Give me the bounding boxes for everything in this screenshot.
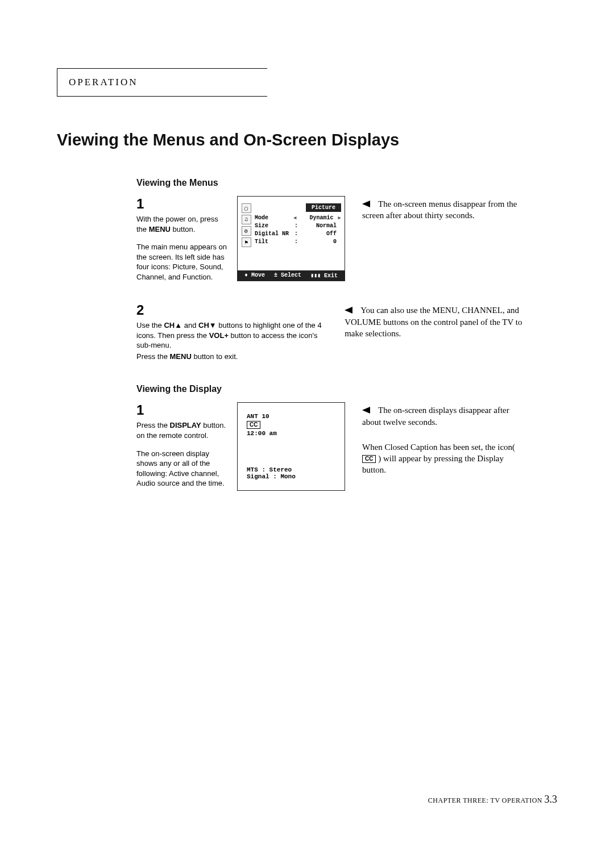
t: When Closed Caption has been set, the ic… [362, 443, 515, 452]
t: Press the [136, 421, 170, 429]
move-hint: ♦ Move [244, 272, 265, 279]
exit-hint: ▮▮▮ Exit [310, 272, 338, 279]
section-heading-menus: Viewing the Menus [136, 178, 529, 188]
display-mts: MTS : Stereo [247, 466, 296, 473]
note-cc: When Closed Caption has been set, the ic… [362, 441, 529, 476]
sep: : [293, 239, 299, 245]
step1-block: 1 With the power on, press the MENU butt… [136, 196, 345, 282]
t: Use the [136, 321, 164, 329]
step1-para2: The main menu appears on the screen. Its… [136, 242, 230, 282]
display-signal: Signal : Mono [247, 473, 296, 480]
note-menus-1: The on-screen menus disappear from the s… [362, 196, 529, 282]
v: Normal [299, 223, 341, 229]
chup-bold: CH▲ [164, 321, 182, 329]
display-step1-para2: The on-screen display shows any or all o… [136, 449, 230, 489]
sep: : [293, 223, 299, 229]
i: ♫ [244, 216, 248, 223]
t: button to exit. [192, 352, 238, 361]
tv-menu-row: Tilt : 0 [255, 237, 341, 245]
note-text: The on-screen displays disappear after a… [362, 406, 509, 426]
tv-menu-illustration: ▢ ♫ ⚙ ⚑ Picture Mode ◀ Dynamic ▶ Size : [237, 196, 345, 281]
display-ant-line: ANT 10 [247, 413, 335, 420]
i: ⚑ [244, 239, 248, 246]
display-time: 12:00 am [247, 430, 335, 437]
cc-badge-icon: CC [247, 421, 260, 429]
picture-icon: ▢ [242, 203, 251, 213]
step-number-2: 2 [136, 302, 339, 318]
tri-right-icon: ▶ [338, 215, 341, 221]
k: Size [255, 223, 293, 229]
left-pointer-icon [345, 307, 352, 314]
page-title: Viewing the Menus and On-Screen Displays [57, 131, 529, 149]
chdn-bold: CH▼ [198, 321, 217, 329]
step2-para2: Press the MENU button to exit. [136, 352, 330, 362]
k: Mode [255, 215, 293, 221]
channel-icon: ⚙ [242, 226, 251, 236]
footer-page-num: 3.3 [545, 794, 558, 805]
tv-menu-footer: ♦ Move ± Select ▮▮▮ Exit [238, 270, 345, 281]
step-number-1: 1 [136, 196, 230, 212]
cc-badge-icon: CC [362, 455, 376, 463]
menu-bold: MENU [170, 352, 192, 361]
tv-menu-row: Digital NR : Off [255, 229, 341, 237]
v: Dynamic [296, 215, 338, 221]
page-footer: CHAPTER THREE: TV OPERATION 3.3 [428, 794, 557, 806]
t: ) will appear by pressing the Display bu… [362, 454, 504, 474]
menu-bold: MENU [149, 225, 171, 233]
display-bold: DISPLAY [170, 421, 201, 429]
tv-menu-title: Picture [306, 203, 341, 212]
left-pointer-icon [362, 201, 370, 207]
section-heading-display: Viewing the Display [136, 384, 529, 394]
step1-text: With the power on, press the MENU button… [136, 214, 230, 234]
sound-icon: ♫ [242, 215, 251, 224]
display-step-number-1: 1 [136, 402, 230, 418]
tv-menu-row: Size : Normal [255, 222, 341, 229]
display-step1-block: 1 Press the DISPLAY button. on the remot… [136, 402, 345, 491]
note-text: You can also use the MENU, CHANNEL, and … [345, 306, 522, 338]
left-pointer-icon [362, 407, 370, 414]
footer-chapter: CHAPTER THREE: TV OPERATION [428, 796, 545, 804]
note-display: The on-screen displays disappear after a… [362, 402, 529, 491]
k: Tilt [255, 239, 293, 245]
tv-menu-sidebar: ▢ ♫ ⚙ ⚑ [241, 203, 251, 247]
k: Digital NR [255, 231, 293, 237]
select-hint: ± Select [274, 272, 301, 279]
note-menus-2: You can also use the MENU, CHANNEL, and … [345, 302, 529, 361]
v: 0 [299, 239, 341, 245]
step2-text: Use the CH▲ and CH▼ buttons to highlight… [136, 320, 330, 350]
t: Press the [136, 352, 170, 361]
display-illustration: ANT 10 CC 12:00 am MTS : Stereo Signal :… [237, 402, 345, 491]
t: button. [171, 225, 195, 233]
t: and [182, 321, 198, 329]
v: Off [299, 231, 341, 237]
operation-label: OPERATION [69, 77, 138, 87]
vol-bold: VOL+ [209, 331, 229, 340]
i: ⚙ [244, 228, 248, 235]
display-step1-text: Press the DISPLAY button. on the remote … [136, 420, 230, 440]
tv-menu-row: Mode ◀ Dynamic ▶ [255, 214, 341, 222]
i: ▢ [244, 205, 248, 212]
sep: : [293, 231, 299, 237]
function-icon: ⚑ [242, 237, 251, 247]
note-text: The on-screen menus disappear from the s… [362, 199, 517, 220]
operation-header: OPERATION [57, 68, 267, 97]
